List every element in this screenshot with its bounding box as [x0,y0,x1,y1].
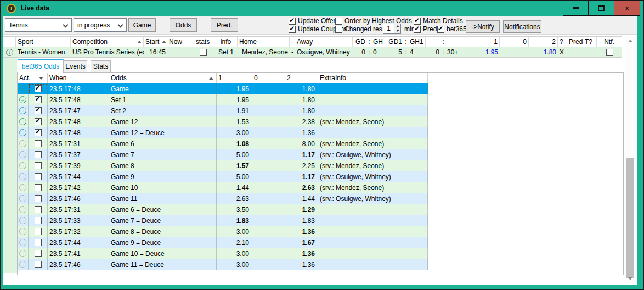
match-ntf-checkbox[interactable] [606,49,613,56]
row-active-checkbox[interactable] [35,129,42,136]
row-active-checkbox[interactable] [35,184,42,191]
row-active-checkbox[interactable] [35,140,42,147]
update-coupons-checkbox[interactable] [289,26,296,33]
odds-row[interactable]: →23.5 17:37Game 75.001.17(srv.: Osuigwe,… [18,149,428,160]
extrainfo-column-header[interactable]: ExtraInfo [318,73,428,83]
colon-separator: : [404,47,408,57]
odds-row[interactable]: →23.5 17:48Set 11.951.80 [18,94,428,105]
pred-button[interactable]: Pred. [211,18,238,32]
odds0-column-header[interactable]: 0 [500,37,529,47]
sport-filter-select[interactable]: Tennis [5,18,72,32]
value1-column-header[interactable]: 1 [217,73,252,83]
notify-button[interactable]: -> Notify [466,20,500,33]
gd-column-header[interactable]: GD [353,37,367,47]
odds-row[interactable]: →23.5 17:39Game 81.572.25(srv.: Mendez, … [18,160,428,171]
minimize-button[interactable] [563,1,589,16]
odds-row[interactable]: →23.5 17:31Game 61.088.00(srv.: Mendez, … [18,138,428,149]
act-column-header[interactable]: Act. [18,73,48,83]
match-row[interactable]: ↓ Tennis - Women US Pro Tennis Series (e… [3,47,622,58]
info-column-header[interactable]: info [214,37,238,47]
row-active-checkbox[interactable] [35,118,42,125]
row-active-checkbox[interactable] [35,96,42,103]
odds-row[interactable]: →23.5 17:41Game 10 = Deuce3.001.36 [18,248,428,259]
odds-row[interactable]: →23.5 17:46Game 112.631.44(srv.: Osuigwe… [18,193,428,204]
odds-row[interactable]: →23.5 17:33Game 7 = Deuce1.831.83 [18,215,428,226]
maximize-button[interactable] [589,1,614,16]
when-column-header[interactable]: When [48,73,109,83]
gh1-column-header[interactable]: GH1 [408,37,426,47]
odds-row-name: Game 9 = Deuce [109,237,217,248]
odds-row[interactable]: →23.5 17:48Game 12 = Deuce3.001.36 [18,127,428,138]
interval-spinner[interactable]: 1 [383,24,401,34]
match-stats-checkbox[interactable] [200,49,207,56]
scrollbar-thumb[interactable] [626,158,634,278]
row-active-checkbox[interactable] [35,250,42,257]
status-filter-select[interactable]: in progress [74,18,127,32]
row-active-checkbox[interactable] [35,261,42,268]
odds-column-header[interactable]: Odds [109,73,217,83]
row-active-checkbox[interactable] [35,195,42,202]
odds-button[interactable]: Odds [170,18,197,32]
order-by-highest-odds-checkbox[interactable] [335,18,342,25]
row-active-checkbox[interactable] [35,228,42,235]
title-bar[interactable]: T Live data x [1,1,643,16]
game-button[interactable]: Game [128,18,156,32]
odds1-column-header[interactable]: 1 [472,37,500,47]
scroll-up-button[interactable] [625,37,635,45]
match-details-checkbox[interactable] [414,18,421,25]
gh-column-header[interactable]: GH [371,37,387,47]
update-offer-checkbox[interactable] [289,18,296,25]
odds-row[interactable]: →23.5 17:46Game 11 = Deuce3.001.36 [18,259,428,270]
act-checkbox-cell [29,248,48,259]
ntf-column-header[interactable]: Ntf. [597,37,622,47]
competition-column-header[interactable]: Competition [71,37,144,47]
match-now [167,47,191,57]
spin-up-button[interactable] [394,24,400,29]
value2-column-header[interactable]: 2 [285,73,318,83]
odds-row[interactable]: →23.5 17:42Game 101.442.63(srv.: Mendez,… [18,182,428,193]
row-active-checkbox[interactable] [35,173,42,180]
row-active-checkbox[interactable] [35,85,42,92]
odds-row[interactable]: →23.5 17:31Game 6 = Deuce3.501.29 [18,204,428,215]
colon-separator: : [367,47,371,57]
sport-column-header[interactable]: Sport [16,37,71,47]
odds-row[interactable]: →23.5 17:48Game1.951.80 [18,83,428,94]
match-details-label: Match Details [423,17,463,25]
now-column-header[interactable]: Now [167,37,191,47]
changed-res-checkbox[interactable] [335,26,342,33]
row-active-checkbox[interactable] [35,162,42,169]
tab-bet365-odds[interactable]: bet365 Odds [18,59,64,73]
bet365-checkbox[interactable] [437,26,444,33]
odds-row-value-2: 1.17 [285,171,318,182]
home-column-header[interactable]: Home [238,37,290,47]
match-expander-cell[interactable]: ↓ [3,47,16,57]
away-column-header[interactable]: Away [295,37,353,47]
odds-row[interactable]: →23.5 17:48Game 121.532.38(srv.: Mendez,… [18,116,428,127]
spin-down-button[interactable] [394,29,400,33]
pred-column-header[interactable]: Pred [567,37,583,47]
filter-dropdown-icon[interactable] [39,77,43,80]
row-active-checkbox[interactable] [35,151,42,158]
close-button[interactable]: x [614,1,640,16]
pick-column-header[interactable]: ? [558,37,567,47]
scroll-down-button[interactable] [625,275,635,283]
stats-column-header[interactable]: stats [191,37,214,47]
odds-row[interactable]: →23.5 17:47Set 21.911.80 [18,105,428,116]
row-active-checkbox[interactable] [35,239,42,246]
tab-stats[interactable]: Stats [91,60,111,72]
tab-events[interactable]: Events [64,60,87,72]
vertical-scrollbar[interactable] [625,36,635,284]
odds-row[interactable]: →23.5 17:44Game 95.001.17(srv.: Osuigwe,… [18,171,428,182]
odds-row[interactable]: →23.5 17:44Game 9 = Deuce2.101.67 [18,237,428,248]
odds-row[interactable]: →23.5 17:32Game 8 = Deuce3.001.36 [18,226,428,237]
pred-checkbox[interactable] [414,26,421,33]
odds2-column-header[interactable]: 2 [529,37,558,47]
row-active-checkbox[interactable] [35,217,42,224]
row-active-checkbox[interactable] [35,107,42,114]
start-column-header[interactable]: Start [144,37,167,47]
gd1-column-header[interactable]: GD1 [387,37,404,47]
notifications-button[interactable]: Notifications [503,20,541,33]
value0-column-header[interactable]: 0 [252,73,285,83]
row-active-checkbox[interactable] [35,206,42,213]
tq-column-header[interactable]: T? [583,37,597,47]
